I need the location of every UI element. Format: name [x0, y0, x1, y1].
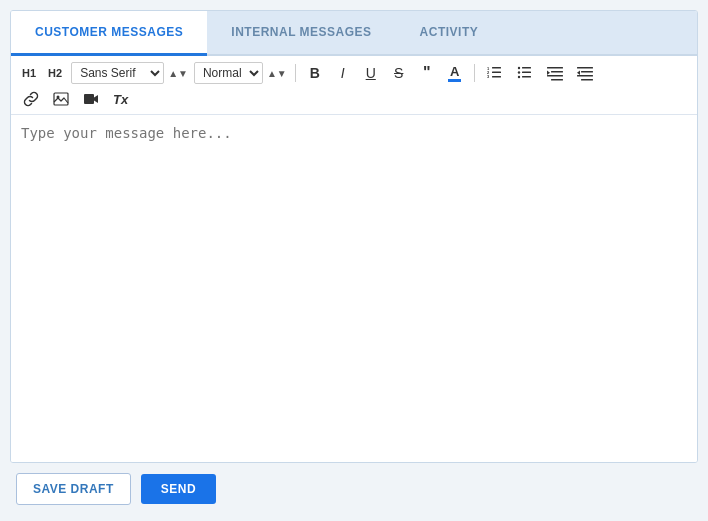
bold-button[interactable]: B: [304, 62, 326, 84]
tab-activity[interactable]: ACTIVITY: [396, 11, 503, 56]
svg-rect-20: [54, 93, 68, 105]
svg-rect-9: [522, 72, 531, 74]
decrease-indent-icon: [547, 65, 563, 81]
ordered-list-button[interactable]: 1 2 3: [483, 62, 507, 84]
image-icon: [53, 91, 69, 107]
video-icon: [83, 91, 99, 107]
svg-rect-19: [581, 79, 593, 81]
svg-point-6: [518, 67, 520, 69]
message-panel: CUSTOMER MESSAGES INTERNAL MESSAGES ACTI…: [10, 10, 698, 463]
blockquote-button[interactable]: ": [416, 62, 438, 84]
svg-text:3: 3: [487, 74, 490, 79]
editor-toolbar: H1 H2 Sans Serif Serif Monospace ▲▼ Norm…: [11, 56, 697, 115]
save-draft-button[interactable]: SAVE DRAFT: [16, 473, 131, 505]
svg-rect-14: [547, 75, 563, 77]
h2-button[interactable]: H2: [45, 66, 65, 80]
svg-point-10: [518, 76, 520, 78]
message-editor[interactable]: [11, 115, 697, 462]
svg-rect-12: [547, 67, 563, 69]
svg-rect-1: [492, 72, 501, 74]
underline-button[interactable]: U: [360, 62, 382, 84]
size-dropdown-icon: ▲▼: [267, 68, 287, 79]
text-color-button[interactable]: A: [444, 62, 466, 84]
tabs-bar: CUSTOMER MESSAGES INTERNAL MESSAGES ACTI…: [11, 11, 697, 56]
clear-format-button[interactable]: Tx: [109, 88, 132, 110]
decrease-indent-button[interactable]: [543, 62, 567, 84]
italic-button[interactable]: I: [332, 62, 354, 84]
video-button[interactable]: [79, 88, 103, 110]
svg-rect-7: [522, 67, 531, 69]
svg-rect-13: [551, 71, 563, 73]
svg-rect-11: [522, 76, 531, 78]
text-color-label: A: [450, 65, 459, 78]
svg-rect-2: [492, 76, 501, 78]
link-button[interactable]: [19, 88, 43, 110]
svg-rect-17: [581, 71, 593, 73]
footer-actions: SAVE DRAFT SEND: [10, 463, 698, 511]
svg-rect-16: [577, 67, 593, 69]
increase-indent-icon: [577, 65, 593, 81]
text-color-bar: [448, 79, 461, 82]
svg-point-8: [518, 71, 520, 73]
increase-indent-button[interactable]: [573, 62, 597, 84]
toolbar-row-1: H1 H2 Sans Serif Serif Monospace ▲▼ Norm…: [19, 62, 689, 84]
svg-rect-22: [84, 94, 94, 104]
svg-rect-18: [577, 75, 593, 77]
toolbar-row-2: Tx: [19, 88, 689, 110]
clear-format-label: Tx: [113, 92, 128, 107]
link-icon: [23, 91, 39, 107]
h1-button[interactable]: H1: [19, 66, 39, 80]
ordered-list-icon: 1 2 3: [487, 65, 503, 81]
tab-customer-messages[interactable]: CUSTOMER MESSAGES: [11, 11, 207, 56]
tab-internal-messages[interactable]: INTERNAL MESSAGES: [207, 11, 395, 56]
image-button[interactable]: [49, 88, 73, 110]
unordered-list-icon: [517, 65, 533, 81]
svg-rect-15: [551, 79, 563, 81]
strikethrough-button[interactable]: S: [388, 62, 410, 84]
svg-rect-0: [492, 67, 501, 69]
separator-2: [474, 64, 475, 82]
unordered-list-button[interactable]: [513, 62, 537, 84]
font-size-select[interactable]: Normal Small Large Huge: [194, 62, 263, 84]
font-dropdown-icon: ▲▼: [168, 68, 188, 79]
send-button[interactable]: SEND: [141, 474, 216, 504]
separator-1: [295, 64, 296, 82]
font-family-select[interactable]: Sans Serif Serif Monospace: [71, 62, 164, 84]
